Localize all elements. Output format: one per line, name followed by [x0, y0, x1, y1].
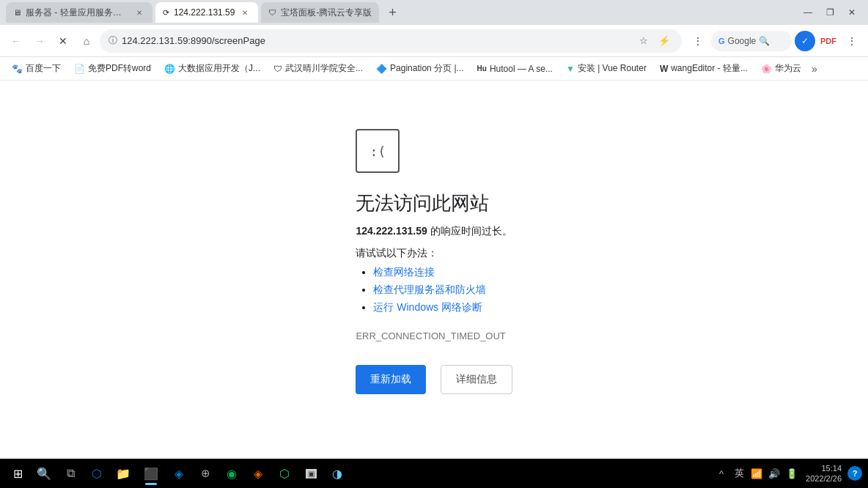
app9-icon: ▣	[306, 469, 317, 478]
error-page: 无法访问此网站 124.222.131.59 的响应时间过长。 请试试以下办法：…	[356, 129, 512, 394]
error-subtitle: 124.222.131.59 的响应时间过长。	[356, 225, 512, 238]
search-icon: 🔍	[759, 36, 770, 46]
start-button[interactable]: ⊞	[6, 462, 29, 485]
home-button[interactable]: ⌂	[76, 31, 97, 51]
tab-2-close[interactable]: ✕	[239, 7, 251, 18]
search-box[interactable]: G Google 🔍	[711, 31, 792, 51]
browser-frame: 🖥 服务器 - 轻量应用服务器 - 控制台 ✕ ⟳ 124.222.131.59…	[0, 0, 868, 488]
suggestion-3-link[interactable]: 运行 Windows 网络诊断	[373, 301, 482, 313]
tab-1-close[interactable]: ✕	[133, 7, 145, 18]
bookmark-huawei[interactable]: 🌸 华为云	[755, 59, 807, 78]
new-tab-button[interactable]: +	[382, 2, 402, 23]
tab-3-icon: 🛡	[268, 8, 276, 17]
bookmark-wangeditor-label: wangEditor - 轻量...	[671, 62, 748, 75]
bookmark-baidu[interactable]: 🐾 百度一下	[6, 59, 67, 78]
close-button[interactable]: ✕	[842, 2, 862, 23]
tab-2[interactable]: ⟳ 124.222.131.59 ✕	[155, 2, 258, 23]
app8-button[interactable]: ◈	[246, 462, 270, 485]
tab-3-label: 宝塔面板-腾讯云专享版	[281, 7, 372, 19]
huawei-icon: 🌸	[761, 64, 772, 74]
tab-1-icon: 🖥	[13, 8, 21, 17]
tray-lang[interactable]: 英	[731, 465, 747, 481]
pdf-button[interactable]: PDF	[818, 31, 839, 51]
browser-content: 无法访问此网站 124.222.131.59 的响应时间过长。 请试试以下办法：…	[0, 81, 868, 472]
bookmark-star-button[interactable]: ☆	[635, 32, 652, 50]
language-indicator: 英	[735, 467, 744, 480]
bookmark-vuerouter[interactable]: ▼ 安装 | Vue Router	[560, 59, 652, 78]
chrome-button[interactable]: ⊕	[194, 462, 217, 485]
pagination-icon: 🔷	[376, 64, 387, 74]
bookmark-huawei-label: 华为云	[775, 62, 801, 75]
notification-count: ?	[853, 469, 858, 478]
forward-button[interactable]: →	[29, 31, 50, 51]
extensions-button[interactable]: ⋮	[688, 31, 708, 51]
bookmark-pagination[interactable]: 🔷 Pagination 分页 |...	[370, 59, 470, 78]
app9-button[interactable]: ▣	[299, 462, 323, 485]
task-view-button[interactable]: ⧉	[59, 462, 82, 485]
wuhan-icon: 🛡	[273, 64, 282, 74]
tray-time-display: 15:14	[806, 463, 842, 473]
edge-button[interactable]: ⬡	[85, 462, 108, 485]
tray-battery[interactable]: 🔋	[784, 465, 800, 481]
intellij-button[interactable]: ⬛	[138, 460, 164, 487]
bookmark-pdf-label: 免费PDF转word	[88, 62, 151, 75]
tab-1[interactable]: 🖥 服务器 - 轻量应用服务器 - 控制台 ✕	[6, 2, 152, 23]
nav-bar: ← → ✕ ⌂ ⓘ 124.222.131.59:8990/screenPage…	[0, 25, 868, 57]
edge2-icon: ◑	[332, 467, 342, 481]
pycharm-button[interactable]: ⬡	[273, 462, 296, 485]
profile-icon[interactable]: ✓	[795, 31, 815, 51]
minimize-button[interactable]: —	[798, 2, 818, 23]
chrome-icon: ⊕	[201, 467, 210, 480]
suggestion-1-link[interactable]: 检查网络连接	[373, 266, 435, 278]
performance-icon[interactable]: ⚡	[655, 32, 673, 50]
search-taskbar-button[interactable]: 🔍	[32, 462, 56, 485]
bookmark-wuhan-label: 武汉晴川学院安全...	[285, 62, 363, 75]
bookmark-baidu-label: 百度一下	[26, 62, 61, 75]
bookmarks-bar: 🐾 百度一下 📄 免费PDF转word 🌐 大数据应用开发（J... 🛡 武汉晴…	[0, 57, 868, 81]
pdf-icon: 📄	[74, 64, 85, 74]
app7-button[interactable]: ◉	[220, 462, 243, 485]
bookmark-wangeditor[interactable]: W wangEditor - 轻量...	[654, 59, 754, 78]
details-button[interactable]: 详细信息	[441, 365, 512, 394]
bookmarks-more-button[interactable]: »	[809, 60, 820, 78]
tab-2-icon: ⟳	[163, 8, 169, 18]
address-bar[interactable]: ⓘ 124.222.131.59:8990/screenPage ☆ ⚡	[100, 29, 682, 53]
explorer-button[interactable]: 📁	[111, 462, 135, 485]
task-view-icon: ⧉	[67, 467, 75, 480]
taskbar-search-icon: 🔍	[37, 467, 51, 481]
suggestion-2-link[interactable]: 检查代理服务器和防火墙	[373, 284, 486, 295]
suggestion-3: 运行 Windows 网络诊断	[373, 301, 486, 314]
tray-wifi[interactable]: 📶	[749, 465, 765, 481]
edge2-button[interactable]: ◑	[326, 462, 349, 485]
error-ip: 124.222.131.59	[356, 225, 427, 237]
edge-icon: ⬡	[92, 467, 102, 481]
bookmark-wuhan[interactable]: 🛡 武汉晴川学院安全...	[268, 59, 369, 78]
taskbar: ⊞ 🔍 ⧉ ⬡ 📁 ⬛ ◈ ⊕ ◉ ◈ ⬡ ▣ ◑ ^ 英 📶 🔊 �	[0, 459, 868, 488]
notification-badge[interactable]: ?	[847, 466, 862, 481]
wangeditor-icon: W	[660, 64, 668, 74]
google-icon: G	[718, 37, 725, 45]
reload-button[interactable]: 重新加载	[356, 365, 426, 394]
bookmark-pagination-label: Pagination 分页 |...	[390, 62, 464, 75]
window-controls: — ❐ ✕	[798, 2, 862, 23]
bookmark-hutool-label: Hutool — A se...	[490, 64, 553, 74]
bookmark-bigdata[interactable]: 🌐 大数据应用开发（J...	[158, 59, 266, 78]
tray-chevron[interactable]: ^	[713, 465, 729, 481]
tray-volume[interactable]: 🔊	[766, 465, 782, 481]
vuerouter-icon: ▼	[566, 64, 575, 74]
tray-datetime[interactable]: 15:14 2022/2/26	[801, 463, 846, 484]
app8-icon: ◈	[254, 467, 262, 481]
back-button[interactable]: ←	[6, 31, 26, 51]
error-title: 无法访问此网站	[356, 191, 489, 216]
maximize-button[interactable]: ❐	[820, 2, 840, 23]
menu-button[interactable]: ⋮	[842, 31, 862, 51]
suggestion-1: 检查网络连接	[373, 266, 486, 279]
address-url: 124.222.131.59:8990/screenPage	[122, 35, 630, 46]
bookmark-hutool[interactable]: Hu Hutool — A se...	[471, 61, 559, 77]
tab-3[interactable]: 🛡 宝塔面板-腾讯云专享版	[261, 2, 379, 23]
error-code: ERR_CONNECTION_TIMED_OUT	[356, 330, 505, 341]
reload-stop-button[interactable]: ✕	[53, 31, 73, 51]
bookmark-vuerouter-label: 安装 | Vue Router	[578, 62, 647, 75]
vscode-button[interactable]: ◈	[167, 462, 191, 485]
bookmark-pdf[interactable]: 📄 免费PDF转word	[68, 59, 157, 78]
